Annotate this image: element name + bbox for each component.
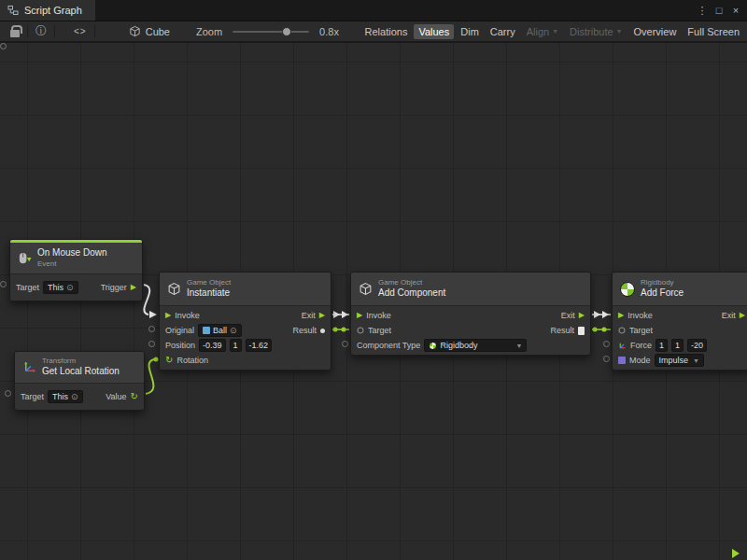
node-row: ▶ Invoke Exit ▶: [613, 308, 747, 323]
force-y-value: 1: [675, 341, 680, 350]
exit-output-port-icon[interactable]: ▶: [740, 312, 745, 319]
result-output-port-icon[interactable]: [320, 329, 325, 333]
align-dropdown[interactable]: Align ▼: [522, 24, 563, 39]
node-on-mouse-down[interactable]: On Mouse Down Event Target This ⊙ Trigge…: [9, 239, 143, 301]
original-object-field[interactable]: Ball ⊙: [198, 324, 242, 337]
overview-button[interactable]: Overview: [629, 24, 682, 39]
rotation-value-port-icon[interactable]: ↻: [131, 392, 138, 401]
component-type-value: Rigidbody: [440, 341, 477, 350]
node-add-component[interactable]: Game Object Add Component ▶ Invoke Exit …: [350, 272, 591, 356]
target-object-field[interactable]: This ⊙: [48, 390, 83, 403]
zoom-slider-handle[interactable]: [282, 27, 291, 36]
rotation-input-port-icon[interactable]: ↻: [165, 356, 173, 365]
force-z-field[interactable]: -20: [687, 339, 707, 352]
node-row: Position -0.39 1 -1.62: [160, 338, 331, 353]
connection-arrow-icon: [149, 311, 157, 318]
force-x-field[interactable]: 1: [655, 339, 668, 352]
toolbar-separator: [94, 25, 95, 37]
node-title: On Mouse Down: [37, 247, 106, 259]
result-label: Result: [550, 326, 574, 335]
input-port[interactable]: [148, 341, 155, 347]
invoke-input-port-icon[interactable]: ▶: [357, 312, 362, 319]
node-get-local-rotation[interactable]: Transform Get Local Rotation Target This…: [14, 351, 145, 411]
invoke-label: Invoke: [175, 311, 200, 320]
input-port[interactable]: [342, 341, 348, 347]
overview-label: Overview: [634, 26, 677, 37]
position-z-value: -1.62: [249, 341, 269, 350]
graph-toolbar: ⓘ <> Cube Zoom 0.8x Relations Values Dim…: [0, 21, 747, 42]
chevron-down-icon: ▼: [616, 28, 623, 35]
tab-script-graph[interactable]: Script Graph: [0, 0, 95, 21]
trigger-output-port-icon[interactable]: ▶: [131, 284, 136, 291]
object-picker-icon[interactable]: ⊙: [66, 283, 74, 292]
maximize-button[interactable]: □: [712, 2, 726, 19]
target-object-value: This: [52, 392, 68, 401]
position-z-field[interactable]: -1.62: [246, 339, 273, 352]
relations-button[interactable]: Relations: [360, 24, 413, 39]
game-object-mini-icon: [357, 327, 364, 334]
mode-dropdown[interactable]: Impulse ▼: [655, 354, 704, 367]
original-label: Original: [165, 326, 194, 335]
force-x-value: 1: [659, 341, 664, 350]
values-label: Values: [418, 26, 449, 37]
original-object-value: Ball: [213, 326, 227, 335]
value-port-dot: [333, 328, 338, 332]
value-port-dot: [154, 357, 159, 362]
position-x-value: -0.39: [203, 341, 222, 350]
tab-label: Script Graph: [24, 5, 82, 16]
input-port[interactable]: [148, 326, 155, 332]
input-port[interactable]: [0, 43, 7, 49]
object-picker-icon[interactable]: ⊙: [230, 326, 237, 335]
node-instantiate[interactable]: Game Object Instantiate ▶ Invoke Exit ▶ …: [159, 272, 331, 371]
info-button[interactable]: ⓘ: [31, 21, 51, 41]
dim-button[interactable]: Dim: [456, 24, 484, 39]
lock-button[interactable]: [6, 21, 24, 41]
position-label: Position: [165, 341, 195, 350]
component-result-port-icon[interactable]: [578, 327, 585, 335]
invoke-input-port-icon[interactable]: ▶: [618, 312, 624, 319]
connection-arrow-icon: [594, 311, 600, 318]
position-x-field[interactable]: -0.39: [199, 339, 226, 352]
align-label: Align: [527, 26, 549, 37]
component-type-dropdown[interactable]: Rigidbody ▼: [424, 339, 527, 352]
graph-asset-icon: [129, 25, 141, 37]
input-port[interactable]: [603, 356, 610, 362]
chevron-down-icon: ▼: [693, 357, 699, 364]
carry-button[interactable]: Carry: [486, 24, 520, 39]
node-row: Target Result: [351, 323, 590, 338]
mouse-icon: [18, 251, 32, 265]
node-row: ▶ Invoke Exit ▶: [160, 308, 331, 323]
exit-output-port-icon[interactable]: ▶: [579, 312, 585, 319]
value-wire[interactable]: [146, 359, 154, 394]
node-add-force[interactable]: Rigidbody Add Force ▶ Invoke Exit ▶ Targ…: [612, 272, 747, 371]
toolbar-separator: [27, 25, 28, 37]
enum-icon: [618, 357, 626, 364]
values-button[interactable]: Values: [414, 24, 454, 39]
distribute-dropdown[interactable]: Distribute ▼: [565, 24, 627, 39]
graph-breadcrumb[interactable]: Cube: [124, 21, 175, 41]
window-menu-button[interactable]: ⋮: [695, 2, 710, 19]
node-row: Component Type Rigidbody ▼: [351, 338, 590, 353]
object-picker-icon[interactable]: ⊙: [71, 392, 78, 401]
input-port[interactable]: [603, 341, 610, 347]
graph-canvas[interactable]: On Mouse Down Event Target This ⊙ Trigge…: [0, 43, 747, 560]
invoke-label: Invoke: [627, 311, 653, 320]
zoom-slider[interactable]: [233, 31, 309, 33]
invoke-label: Invoke: [366, 311, 391, 320]
exit-output-port-icon[interactable]: ▶: [319, 312, 325, 319]
fullscreen-button[interactable]: Full Screen: [683, 24, 744, 39]
invoke-input-port-icon[interactable]: ▶: [165, 312, 171, 319]
edit-source-button[interactable]: <>: [69, 21, 92, 41]
close-button[interactable]: ×: [728, 2, 743, 19]
target-object-field[interactable]: This ⊙: [43, 281, 78, 294]
node-row: Original Ball ⊙ Result: [160, 323, 331, 338]
info-icon: ⓘ: [35, 23, 47, 39]
mode-value: Impulse: [659, 356, 689, 365]
position-y-field[interactable]: 1: [230, 339, 242, 352]
target-label: Target: [16, 283, 39, 292]
control-wire[interactable]: [144, 285, 149, 315]
node-row: Mode Impulse ▼: [613, 353, 747, 368]
input-port[interactable]: [0, 281, 7, 287]
force-y-field[interactable]: 1: [671, 339, 684, 352]
input-port[interactable]: [5, 390, 11, 397]
